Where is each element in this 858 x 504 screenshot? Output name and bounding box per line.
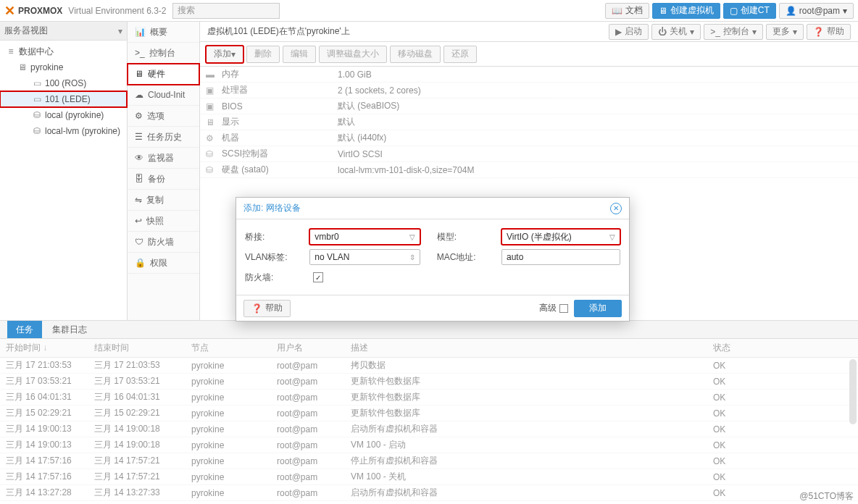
add-button[interactable]: 添加 ▾ [206,46,243,63]
tree-item[interactable]: ≡数据中心 [0,43,127,59]
col-desc[interactable]: 描述 [351,342,713,354]
col-node[interactable]: 节点 [191,342,277,354]
start-button[interactable]: ▶启动 [609,24,649,40]
log-row[interactable]: 三月 14 13:27:28三月 14 13:27:33pyrokineroot… [0,485,858,501]
scrollbar[interactable] [849,359,857,424]
tree-item[interactable]: ⛁local-lvm (pyrokine) [0,123,127,139]
menu-icon: 👁 [135,153,143,163]
tab-cluster-log[interactable]: 集群日志 [43,321,96,338]
resource-tree: ≡数据中心🖥pyrokine▭100 (ROS)▭101 (LEDE)⛁loca… [0,41,127,142]
col-end[interactable]: 结束时间 [94,342,191,354]
shutdown-button[interactable]: ⏻关机 ▾ [651,24,701,40]
menu-icon: ☰ [135,132,143,142]
dialog-help-button[interactable]: ❓帮助 [243,300,291,317]
menu-item[interactable]: 👁监视器 [128,148,199,169]
mac-label: MAC地址: [437,251,501,264]
hw-value: 1.00 GiB [338,70,372,80]
tree-item[interactable]: ▭100 (ROS) [0,75,127,91]
tree-icon: ⛁ [32,110,42,120]
log-row[interactable]: 三月 14 19:00:13三月 14 19:00:18pyrokineroot… [0,421,858,437]
log-row[interactable]: 三月 14 17:57:16三月 14 17:57:21pyrokineroot… [0,469,858,485]
server-view-selector[interactable]: 服务器视图▾ [0,22,127,41]
bridge-select[interactable]: vmbr0▽ [309,229,420,245]
search-input[interactable]: 搜索 [172,3,280,19]
dialog-title: 添加: 网络设备 [243,202,301,214]
logo: ✕ PROXMOX Virtual Environment 6.3-2 [4,3,167,19]
vlan-input[interactable]: no VLAN⇳ [309,249,420,265]
doc-button[interactable]: 📖文档 [605,3,649,19]
menu-item[interactable]: ⚙选项 [128,106,199,127]
tree-label: pyrokine [30,62,63,72]
menu-item[interactable]: 🔒权限 [128,253,199,274]
firewall-checkbox[interactable]: ✓ [313,272,323,282]
menu-label: 监视器 [148,152,174,164]
menu-icon: ↩ [135,216,142,226]
menu-item[interactable]: 🗄备份 [128,169,199,190]
hardware-row[interactable]: ▬内存1.00 GiB [200,67,858,83]
hw-icon: ▣ [206,101,222,112]
tab-tasks[interactable]: 任务 [7,321,42,338]
advanced-checkbox[interactable] [559,304,568,313]
more-button[interactable]: 更多 ▾ [766,24,804,40]
menu-item[interactable]: ⇋复制 [128,190,199,211]
console-button[interactable]: >_控制台 ▾ [704,24,763,40]
log-row[interactable]: 三月 14 19:00:13三月 14 19:00:18pyrokineroot… [0,437,858,453]
menu-item[interactable]: ↩快照 [128,211,199,232]
col-start[interactable]: 开始时间 [0,342,94,354]
revert-button[interactable]: 还原 [443,46,477,63]
dialog-add-button[interactable]: 添加 [574,300,622,317]
create-ct-button[interactable]: ▢创建CT [723,3,776,19]
hardware-row[interactable]: ⛁SCSI控制器VirtIO SCSI [200,146,858,162]
tree-icon: ⛁ [32,126,42,136]
create-vm-button[interactable]: 🖥创建虚拟机 [652,3,720,19]
menu-item[interactable]: 🖥硬件 [128,64,199,85]
model-select[interactable]: VirtIO (半虚拟化)▽ [501,229,620,245]
tree-label: 100 (ROS) [45,78,86,88]
hw-key: 机器 [222,132,338,144]
hardware-row[interactable]: ⛁硬盘 (sata0)local-lvm:vm-101-disk-0,size=… [200,162,858,178]
hw-value: local-lvm:vm-101-disk-0,size=704M [338,165,474,175]
log-row[interactable]: 三月 17 21:03:53三月 17 21:03:53pyrokineroot… [0,358,858,374]
watermark: @51CTO博客 [799,490,854,503]
tree-item[interactable]: ⛁local (pyrokine) [0,107,127,123]
breadcrumb-bar: 虚拟机101 (LEDE)在节点'pyrokine'上 ▶启动 ⏻关机 ▾ >_… [200,22,858,42]
resize-disk-button[interactable]: 调整磁盘大小 [319,46,387,63]
menu-label: 权限 [150,257,167,269]
tree-label: 数据中心 [19,46,54,58]
menu-icon: ⇋ [135,195,142,205]
hw-icon: ⚙ [206,133,222,143]
move-disk-button[interactable]: 移动磁盘 [390,46,441,63]
tree-item[interactable]: ▭101 (LEDE) [0,91,127,107]
menu-item[interactable]: ☰任务历史 [128,127,199,148]
menu-icon: 📊 [135,27,146,37]
help-button[interactable]: ❓帮助 [807,24,851,40]
menu-item[interactable]: 📊概要 [128,22,199,43]
log-row[interactable]: 三月 17 03:53:21三月 17 03:53:21pyrokineroot… [0,374,858,390]
tree-icon: 🖥 [17,62,28,72]
vlan-label: VLAN标签: [245,251,309,264]
tree-icon: ≡ [6,46,16,56]
col-user[interactable]: 用户名 [277,342,351,354]
hardware-row[interactable]: 🖥显示默认 [200,114,858,130]
user-menu[interactable]: 👤root@pam ▾ [779,3,854,19]
hardware-row[interactable]: ▣BIOS默认 (SeaBIOS) [200,98,858,114]
hw-value: 默认 [338,116,355,128]
tree-label: local (pyrokine) [45,110,104,120]
tree-item[interactable]: 🖥pyrokine [0,59,127,75]
col-status[interactable]: 状态 [713,342,858,354]
hardware-row[interactable]: ▣处理器2 (1 sockets, 2 cores) [200,83,858,98]
log-row[interactable]: 三月 16 04:01:31三月 16 04:01:31pyrokineroot… [0,390,858,406]
edit-button[interactable]: 编辑 [283,46,316,63]
hw-key: BIOS [222,101,338,112]
menu-item[interactable]: ☁Cloud-Init [128,85,199,106]
delete-button[interactable]: 删除 [246,46,280,63]
log-row[interactable]: 三月 14 17:57:16三月 14 17:57:21pyrokineroot… [0,453,858,469]
close-icon[interactable]: ✕ [610,203,622,214]
menu-item[interactable]: 🛡防火墙 [128,232,199,253]
menu-item[interactable]: >_控制台 [128,43,199,64]
log-row[interactable]: 三月 15 02:29:21三月 15 02:29:21pyrokineroot… [0,406,858,421]
hardware-row[interactable]: ⚙机器默认 (i440fx) [200,130,858,146]
mac-input[interactable]: auto [501,249,620,265]
help-icon: ❓ [813,27,824,37]
advanced-toggle[interactable]: 高级 [539,302,568,314]
